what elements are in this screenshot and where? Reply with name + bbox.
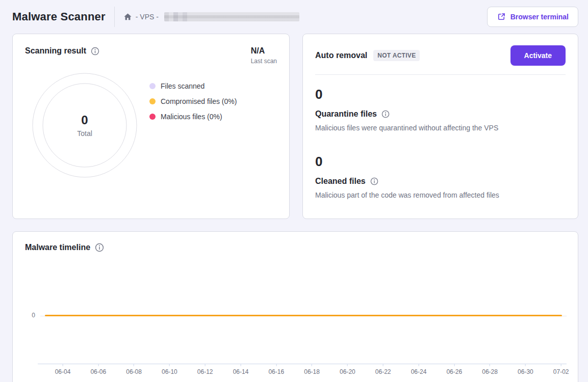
quarantine-files-value: 0 — [315, 87, 566, 102]
x-axis-tick: 06-06 — [90, 364, 106, 375]
external-link-icon — [497, 12, 506, 21]
cleaned-files-label: Cleaned files — [315, 177, 366, 186]
info-icon[interactable] — [95, 243, 104, 252]
status-badge: NOT ACTIVE — [373, 50, 420, 61]
auto-removal-title: Auto removal — [315, 51, 367, 60]
quarantine-files-stat: 0 Quarantine files Malicious files were … — [315, 87, 566, 132]
scanning-result-card: Scanning result N/A Last scan — [12, 34, 290, 219]
x-axis-tick: 06-28 — [482, 364, 498, 375]
x-axis-tick: 06-24 — [411, 364, 427, 375]
x-axis-tick: 06-26 — [446, 364, 462, 375]
x-axis-tick: 06-12 — [197, 364, 213, 375]
x-axis-tick: 06-22 — [375, 364, 391, 375]
legend-dot — [149, 114, 156, 120]
page-header: Malware Scanner - VPS - Browser terminal — [12, 0, 578, 34]
header-divider — [114, 7, 115, 27]
page-title: Malware Scanner — [12, 10, 106, 23]
last-scan-value: N/A — [251, 46, 277, 56]
malware-timeline-title: Malware timeline — [25, 243, 90, 252]
home-icon[interactable] — [123, 13, 132, 21]
activate-button[interactable]: Activate — [510, 45, 566, 66]
auto-removal-card: Auto removal NOT ACTIVE Activate 0 Quara… — [302, 34, 578, 219]
scan-donut-chart: 0 Total — [32, 73, 137, 178]
breadcrumb-text: - VPS - — [136, 13, 159, 21]
malware-timeline-card: Malware timeline 0 06-0406-0606-0806-100… — [12, 231, 578, 382]
y-axis-label: 0 — [25, 312, 35, 319]
legend-label: Files scanned — [161, 82, 204, 90]
timeline-series-line — [45, 315, 562, 316]
info-icon[interactable] — [91, 47, 99, 56]
x-axis-ticks: 06-0406-0606-0806-1006-1206-1406-1606-18… — [13, 232, 578, 382]
donut-total-label: Total — [77, 129, 92, 138]
donut-total-value: 0 — [81, 113, 88, 127]
legend-item-malicious-files[interactable]: Malicious files (0%) — [149, 113, 237, 121]
browser-terminal-label: Browser terminal — [510, 13, 569, 21]
cleaned-files-stat: 0 Cleaned files Malicious part of the co… — [315, 154, 566, 199]
info-icon[interactable] — [370, 177, 378, 185]
x-axis-tick: 06-18 — [304, 364, 320, 375]
legend-dot — [149, 98, 156, 104]
cleaned-files-value: 0 — [315, 154, 566, 170]
last-scan-label: Last scan — [251, 58, 277, 65]
x-axis-line — [38, 364, 567, 364]
info-icon[interactable] — [381, 110, 390, 118]
x-axis-tick: 06-16 — [268, 364, 284, 375]
legend-item-compromised-files[interactable]: Compromised files (0%) — [149, 97, 237, 105]
x-axis-tick: 06-04 — [55, 364, 71, 375]
legend-dot — [149, 83, 156, 89]
scan-legend: Files scanned Compromised files (0%) Mal… — [149, 82, 237, 178]
quarantine-files-description: Malicious files were quarantined without… — [315, 124, 566, 132]
x-axis-tick: 06-10 — [162, 364, 177, 375]
browser-terminal-button[interactable]: Browser terminal — [487, 7, 578, 27]
section-divider — [315, 74, 566, 75]
x-axis-tick: 06-14 — [233, 364, 249, 375]
cleaned-files-description: Malicious part of the code was removed f… — [315, 191, 566, 199]
redacted-server-name — [164, 12, 299, 21]
x-axis-tick: 06-30 — [518, 364, 533, 375]
legend-label: Compromised files (0%) — [161, 97, 237, 105]
x-axis-tick: 06-20 — [340, 364, 355, 375]
legend-item-files-scanned[interactable]: Files scanned — [149, 82, 237, 90]
quarantine-files-label: Quarantine files — [315, 110, 377, 119]
legend-label: Malicious files (0%) — [161, 113, 222, 121]
scanning-result-title: Scanning result — [25, 46, 86, 56]
x-axis-tick: 06-08 — [126, 364, 142, 375]
malware-scanner-page: Malware Scanner - VPS - Browser terminal — [0, 0, 588, 382]
x-axis-tick: 07-02 — [553, 364, 569, 375]
breadcrumb[interactable]: - VPS - — [123, 12, 299, 21]
